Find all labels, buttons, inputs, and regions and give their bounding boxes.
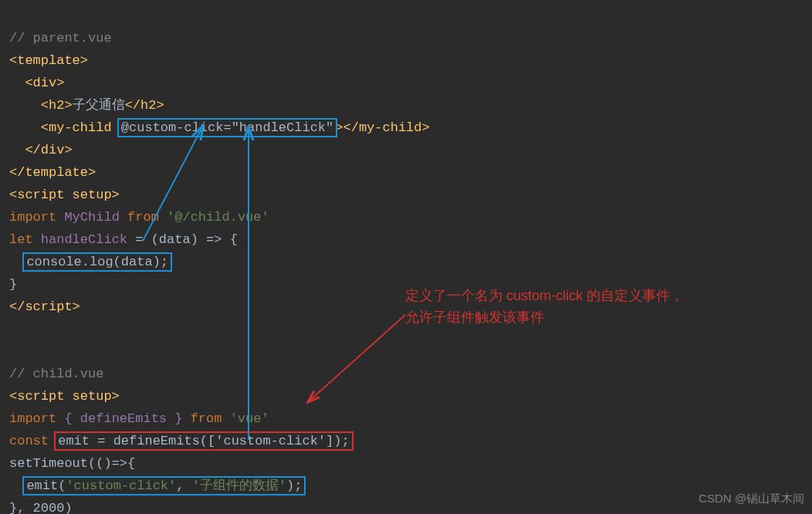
custom-click-attr-box: @custom-click="handleClick" bbox=[120, 120, 335, 135]
blank-line bbox=[9, 322, 17, 336]
code-line: </template> bbox=[9, 165, 96, 180]
code-line: emit('custom-click', '子组件的数据'); bbox=[9, 478, 303, 493]
define-emits-box: emit = defineEmits(['custom-click']); bbox=[56, 434, 350, 448]
code-line: <script setup> bbox=[9, 389, 120, 404]
code-line: <script setup> bbox=[9, 188, 120, 202]
annotation-text: 定义了一个名为 custom-click 的自定义事件， 允许子组件触发该事件 bbox=[405, 285, 684, 328]
code-line: // child.vue bbox=[9, 367, 103, 381]
code-line: <div> bbox=[9, 76, 64, 90]
code-line: // parent.vue bbox=[9, 31, 112, 46]
code-block: // parent.vue <template> <div> <h2>子父通信<… bbox=[9, 5, 430, 514]
code-line: <my-child @custom-click="handleClick"></… bbox=[9, 120, 430, 135]
console-log-box: console.log(data); bbox=[25, 255, 170, 269]
code-line: </script> bbox=[9, 299, 80, 314]
watermark: CSDN @锡山草木间 bbox=[699, 487, 804, 509]
blank-line bbox=[9, 344, 17, 359]
emit-call-box: emit('custom-click', '子组件的数据'); bbox=[25, 478, 303, 493]
code-line: } bbox=[9, 277, 17, 292]
code-line: <template> bbox=[9, 53, 88, 68]
code-line: setTimeout(()=>{ bbox=[9, 456, 135, 471]
code-line: console.log(data); bbox=[9, 255, 170, 269]
code-line: const emit = defineEmits(['custom-click'… bbox=[9, 434, 351, 448]
code-line: <h2>子父通信</h2> bbox=[9, 98, 164, 113]
code-line: import MyChild from '@/child.vue' bbox=[9, 210, 269, 225]
code-line: import { defineEmits } from 'vue' bbox=[9, 411, 269, 426]
code-line: </div> bbox=[9, 143, 73, 157]
code-line: let handleClick = (data) => { bbox=[9, 232, 238, 247]
code-line: }, 2000) bbox=[9, 501, 73, 514]
